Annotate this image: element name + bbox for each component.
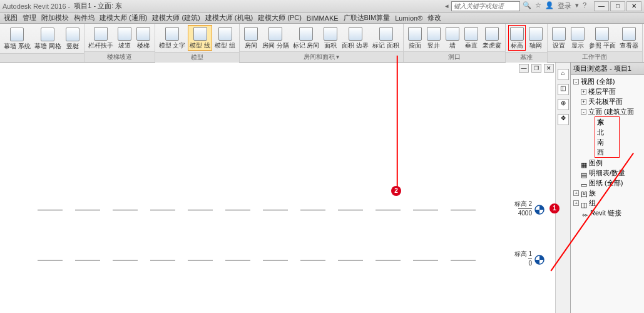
area-icon [324,27,337,41]
railing-button[interactable]: 栏杆扶手 [87,26,115,50]
doc-minimize-icon[interactable]: — [519,64,529,73]
ribbon: 幕墙 系统 幕墙 网格 竖梃 栏杆扶手 坡道 楼梯 楼梯坡道 模型 文字 模型 … [0,24,644,63]
model-line-button[interactable]: 模型 线 [188,25,212,51]
menu-item[interactable]: 广联达BIM算量 [344,13,391,23]
minimize-button[interactable]: — [594,1,609,11]
dormer-button[interactable]: 老虎窗 [481,26,503,50]
show-icon [571,27,585,41]
level-marker-icon [534,255,544,265]
area-boundary-button[interactable]: 面积 边界 [340,26,370,50]
wall-opening-button[interactable]: 墙 [444,26,461,50]
help-arrow-icon[interactable]: ◂ [445,2,449,10]
set-icon [552,27,566,41]
mullion-button[interactable]: 竖梃 [64,26,81,51]
menu-item[interactable]: 建模大师 (PC) [258,13,302,23]
model-text-button[interactable]: 模型 文字 [158,26,187,50]
search-input[interactable] [451,1,520,11]
group-datum-label: 基准 [506,52,547,63]
area-button[interactable]: 面积 [322,26,339,50]
side-toolbar: ⌂ ◫ ⊕ ✥ [555,63,570,313]
grid-icon [529,27,543,41]
tree-schedules[interactable]: ▤明细表/数量 [572,168,643,178]
tree-views-root[interactable]: -视图 (全部) [572,76,643,86]
nav-zoom-icon[interactable]: ⊕ [558,99,569,110]
ramp-button[interactable]: 坡道 [116,26,133,50]
menu-item[interactable]: 构件坞 [74,13,95,23]
level-line-1[interactable]: 标高 1 0 [38,260,488,260]
level-1-name: 标高 1 [514,250,532,259]
ref-plane-button[interactable]: 参照 平面 [588,26,617,50]
wall-icon [446,27,459,41]
model-group-button[interactable]: 模型 组 [213,26,237,50]
expand-icon[interactable]: + [581,89,586,95]
doc-restore-icon[interactable]: ❐ [531,64,541,73]
menu-item[interactable]: 建模大师 (机电) [205,13,253,23]
shaft-button[interactable]: 竖井 [425,26,442,50]
level-line-2[interactable]: 标高 2 4000 [38,210,488,210]
workspace: — ❐ ✕ 标高 2 4000 标高 1 0 ⌂ ◫ ⊕ ✥ 项目浏览器 - 项… [0,63,644,313]
menu-item[interactable]: 修改 [427,13,441,23]
expand-icon[interactable]: + [573,200,579,206]
nav-home-icon[interactable]: ⌂ [558,69,569,80]
room-sep-button[interactable]: 房间 分隔 [261,26,290,50]
tree-legends[interactable]: ▦图例 [572,158,643,168]
maximize-button[interactable]: □ [610,1,625,11]
annotation-arrow-2 [397,56,398,190]
room-button[interactable]: 房间 [242,26,260,50]
menu-item[interactable]: 建模大师 (建筑) [152,13,200,23]
level-marker-icon [534,205,544,215]
search-icon[interactable]: 🔍 [523,1,531,11]
grid-button[interactable]: 轴网 [527,26,544,50]
level-button[interactable]: 标高 [508,25,526,51]
vertical-button[interactable]: 垂直 [463,26,480,50]
tree-groups[interactable]: +◫组 [572,198,643,208]
tag-room-button[interactable]: 标记 房间 [292,26,321,50]
menu-item[interactable]: 附加模块 [41,13,69,23]
curtain-system-button[interactable]: 幕墙 系统 [3,26,32,51]
tree-elev-west[interactable]: 西 [596,147,618,157]
group-model-label: 模型 [155,52,239,63]
tree-ceiling-plans[interactable]: +天花板平面 [572,96,643,106]
star-icon[interactable]: ☆ [535,1,541,11]
canvas[interactable]: — ❐ ✕ 标高 2 4000 标高 1 0 [0,63,555,313]
expand-icon[interactable]: + [573,190,579,196]
login-label[interactable]: 登录 [558,1,571,11]
tree-elev-north[interactable]: 北 [596,127,618,137]
stair-button[interactable]: 楼梯 [135,26,152,50]
help-icon[interactable]: ? [583,1,586,11]
collapse-icon[interactable]: - [581,109,586,115]
menu-item[interactable]: 视图 [4,13,18,23]
menu-item[interactable]: Lumion® [395,14,422,22]
tag-room-icon [299,27,313,41]
menu-item[interactable]: 建模大师 (通用) [100,13,147,23]
nav-pan-icon[interactable]: ✥ [558,114,569,125]
curtain-grid-button[interactable]: 幕墙 网格 [33,26,63,51]
nav-cube-icon[interactable]: ◫ [558,84,569,95]
level-2-name: 标高 2 [514,200,532,208]
annotation-badge-1: 1 [549,203,560,213]
room-icon [244,27,258,41]
show-button[interactable]: 显示 [569,26,586,50]
tree-links[interactable]: ⬰Revit 链接 [572,208,643,218]
close-button[interactable]: ✕ [626,1,641,11]
viewer-button[interactable]: 查看器 [618,26,640,50]
tree-elev-east[interactable]: 东 [596,117,618,127]
dropdown-icon[interactable]: ▾ [575,1,579,11]
tree-elev-south[interactable]: 南 [596,137,618,147]
tree-floor-plans[interactable]: +楼层平面 [572,86,643,96]
tag-area-button[interactable]: 标记 面积 [371,26,401,50]
menu-item[interactable]: 管理 [23,13,36,23]
set-button[interactable]: 设置 [550,26,568,50]
by-face-button[interactable]: 按面 [406,26,424,50]
tree-elevations[interactable]: -立面 (建筑立面 [572,106,643,116]
tree-sheets[interactable]: ▭图纸 (全部) [572,178,643,188]
menu-item[interactable]: BIMMAKE [307,14,339,22]
collapse-icon[interactable]: - [573,79,579,85]
railing-icon [94,27,108,41]
model-text-icon [165,27,179,41]
user-icon[interactable]: 👤 [545,1,554,11]
family-icon: 凹 [581,190,587,196]
level-2-value: 4000 [518,208,532,217]
doc-close-icon[interactable]: ✕ [544,64,554,73]
expand-icon[interactable]: + [581,99,586,105]
